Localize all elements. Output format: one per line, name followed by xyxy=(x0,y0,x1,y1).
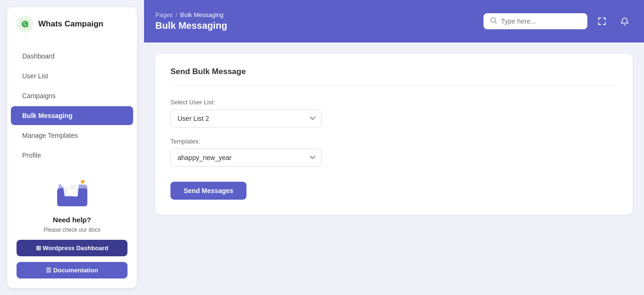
send-messages-button[interactable]: Send Messages xyxy=(170,182,246,200)
header-left: Pages / Bulk Messaging Bulk Messaging xyxy=(155,11,227,31)
header-right xyxy=(483,13,633,29)
breadcrumb-pages: Pages xyxy=(155,11,173,18)
breadcrumb-separator: / xyxy=(176,11,178,18)
sidebar-item-bulk-messaging[interactable]: Bulk Messaging xyxy=(11,106,133,125)
svg-rect-2 xyxy=(67,183,78,197)
user-list-select[interactable]: User List 1 User List 2 User List 3 xyxy=(170,110,322,127)
page-title: Bulk Messaging xyxy=(155,20,227,31)
header: Pages / Bulk Messaging Bulk Messaging xyxy=(144,0,644,42)
bulk-message-card: Send Bulk Message Select User List: User… xyxy=(155,54,633,215)
templates-label: Templates: xyxy=(170,138,618,145)
templates-select[interactable]: ahappy_new_year template_1 template_2 xyxy=(170,149,322,167)
user-list-label: Select User List: xyxy=(170,99,618,106)
notifications-button[interactable] xyxy=(617,13,633,29)
documentation-button[interactable]: ☰ Documentation xyxy=(17,262,127,278)
card-title: Send Bulk Message xyxy=(170,67,618,85)
sidebar: Whats Campaign Dashboard User List Campa… xyxy=(7,7,137,288)
search-box[interactable] xyxy=(483,13,587,29)
sidebar-item-campaigns[interactable]: Campaigns xyxy=(11,86,133,105)
main-area: Pages / Bulk Messaging Bulk Messaging xyxy=(144,0,644,295)
help-title: Need help? xyxy=(53,216,91,224)
svg-point-5 xyxy=(81,180,85,184)
templates-group: Templates: ahappy_new_year template_1 te… xyxy=(170,138,618,167)
breadcrumb-current: Bulk Messaging xyxy=(180,11,224,18)
sidebar-item-dashboard[interactable]: Dashboard xyxy=(11,47,133,66)
search-icon xyxy=(490,17,497,25)
breadcrumb: Pages / Bulk Messaging xyxy=(155,11,227,18)
user-list-group: Select User List: User List 1 User List … xyxy=(170,99,618,127)
svg-point-6 xyxy=(59,184,61,187)
sidebar-item-profile[interactable]: Profile xyxy=(11,146,133,165)
sidebar-item-manage-templates[interactable]: Manage Templates xyxy=(11,126,133,145)
app-logo-icon xyxy=(17,16,34,33)
help-illustration xyxy=(53,176,91,209)
wordpress-dashboard-button[interactable]: ⊞ Wordpress Dashboard xyxy=(17,240,127,256)
sidebar-help: Need help? Please check our docs ⊞ Wordp… xyxy=(7,169,137,288)
sidebar-nav: Dashboard User List Campaigns Bulk Messa… xyxy=(7,41,137,169)
help-subtitle: Please check our docs xyxy=(43,227,101,233)
sidebar-title: Whats Campaign xyxy=(38,19,103,29)
search-input[interactable] xyxy=(501,17,581,25)
fullscreen-button[interactable] xyxy=(594,13,610,29)
sidebar-header: Whats Campaign xyxy=(7,7,137,41)
sidebar-item-user-list[interactable]: User List xyxy=(11,67,133,85)
content-area: Send Bulk Message Select User List: User… xyxy=(144,42,644,295)
